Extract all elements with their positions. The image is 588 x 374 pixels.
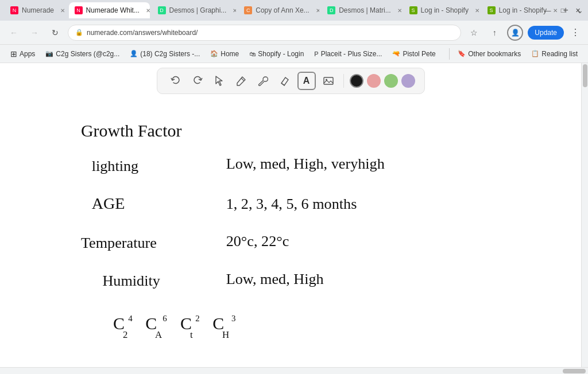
tab-label-3: Desmos | Graphi... [169, 6, 227, 14]
tab-favicon-3: D [158, 6, 166, 14]
wrench-icon [258, 76, 268, 86]
bookmark-placeit[interactable]: P Placeit - Plus Size... [310, 48, 386, 60]
eraser-tool-button[interactable] [276, 72, 294, 90]
main-content-area: A Growth Factor [0, 63, 588, 367]
bookmark-pistol-pete[interactable]: 🔫 Pistol Pete [388, 48, 440, 60]
svg-marker-0 [216, 76, 222, 85]
forward-button[interactable]: → [26, 25, 42, 41]
formula-t-sub: t [190, 329, 193, 340]
undo-button[interactable] [167, 72, 185, 90]
lighting-label: lighting [92, 158, 138, 174]
color-black-button[interactable] [350, 74, 363, 88]
bookmark-reading-list-label: Reading list [541, 50, 578, 58]
tab-close-active[interactable]: ✕ [144, 6, 150, 14]
humidity-values: Low, med, High [226, 271, 324, 287]
pen-icon [236, 76, 246, 86]
tab-label-active: Numerade Whit... [86, 6, 140, 14]
bookmark-placeit-label: Placeit - Plus Size... [321, 50, 382, 58]
tab-close-3[interactable]: ✕ [231, 6, 236, 14]
whiteboard-svg: Growth Factor lighting Low, med, High, v… [0, 99, 581, 367]
horizontal-scrollbar-thumb[interactable] [563, 369, 586, 373]
url-text: numerade.com/answers/whiteboard/ [87, 29, 454, 37]
bookmark-c2g-18-label: (18) C2g Sisters -... [140, 50, 200, 58]
bookmark-shopify-label: Shopify - Login [258, 50, 304, 58]
bookmark-reading-list[interactable]: 📋 Reading list [527, 48, 582, 60]
more-options-icon[interactable]: ⋮ [568, 27, 582, 38]
tab-copy[interactable]: C Copy of Ann Xe... ✕ [238, 2, 319, 18]
formula-3-sup: 3 [231, 314, 235, 323]
growth-factor-title: Growth Factor [81, 121, 181, 140]
select-tool-button[interactable] [210, 72, 229, 90]
age-values: 1, 2, 3, 4, 5, 6 months [226, 196, 357, 212]
share-icon[interactable]: ↑ [486, 25, 502, 41]
tab-close-6[interactable]: ✕ [473, 6, 479, 14]
bookmark-other[interactable]: 🔖 Other bookmarks [453, 48, 525, 60]
scrollbar-thumb[interactable] [583, 64, 587, 87]
window-controls: — □ ✕ [542, 5, 583, 16]
bookmark-star-icon[interactable]: ☆ [466, 25, 482, 41]
color-purple-button[interactable] [401, 74, 415, 88]
home-icon: 🏠 [210, 50, 218, 57]
tab-close[interactable]: ✕ [59, 6, 67, 14]
image-tool-button[interactable] [319, 72, 338, 90]
back-button[interactable]: ← [6, 25, 22, 41]
maximize-button[interactable]: □ [557, 5, 568, 16]
bookmark-apps[interactable]: ⊞ Apps [6, 48, 40, 60]
address-bar: ← → ↻ 🔒 numerade.com/answers/whiteboard/… [0, 21, 588, 45]
tab-favicon-6: S [409, 6, 417, 14]
profile-icon[interactable]: 👤 [507, 25, 523, 41]
formula-a-sub: A [155, 329, 163, 340]
bookmark-home[interactable]: 🏠 Home [206, 48, 243, 60]
redo-button[interactable] [188, 72, 207, 90]
vertical-scrollbar[interactable] [581, 63, 588, 367]
color-green-button[interactable] [384, 74, 398, 88]
tools-button[interactable] [254, 72, 272, 90]
security-lock-icon: 🔒 [75, 29, 83, 36]
tab-numerade-1[interactable]: N Numerade ✕ [5, 2, 67, 18]
tab-shopify-1[interactable]: S Log in - Shopify ✕ [404, 2, 479, 18]
pistol-pete-icon: 🔫 [392, 50, 400, 57]
c2g-18-icon: 👤 [130, 50, 138, 57]
apps-icon: ⊞ [10, 49, 17, 59]
reading-list-icon: 📋 [531, 50, 539, 57]
bookmark-apps-label: Apps [20, 50, 35, 58]
temperature-label: Temperature [81, 235, 157, 251]
placeit-icon: P [314, 50, 318, 57]
url-bar[interactable]: 🔒 numerade.com/answers/whiteboard/ [68, 25, 461, 41]
tab-numerade-whiteboard[interactable]: N Numerade Whit... ✕ [69, 2, 150, 18]
color-pink-button[interactable] [367, 74, 381, 88]
bookmark-c2g-photo[interactable]: 📷 C2g Sisters (@c2g... [41, 48, 124, 60]
close-button[interactable]: ✕ [572, 5, 583, 16]
bookmark-home-label: Home [220, 50, 239, 58]
tab-label-5: Desmos | Matri... [339, 6, 390, 14]
bookmark-c2g-18[interactable]: 👤 (18) C2g Sisters -... [125, 48, 204, 60]
toolbar: A [0, 63, 581, 99]
whiteboard-container: A Growth Factor [0, 63, 581, 367]
tab-favicon: N [10, 6, 18, 14]
tab-label: Numerade [22, 6, 54, 14]
tab-desmos-2[interactable]: D Desmos | Matri... ✕ [322, 2, 401, 18]
horizontal-scrollbar[interactable] [0, 367, 588, 374]
shopify-icon: 🛍 [249, 50, 256, 57]
image-icon [323, 76, 334, 86]
tab-close-5[interactable]: ✕ [396, 6, 401, 14]
redo-icon [192, 76, 203, 86]
bookmark-shopify[interactable]: 🛍 Shopify - Login [245, 48, 308, 60]
formula-4-sup: 4 [128, 314, 133, 323]
bookmark-c2g-photo-label: C2g Sisters (@c2g... [56, 50, 119, 58]
bookmarks-bar: ⊞ Apps 📷 C2g Sisters (@c2g... 👤 (18) C2g… [0, 45, 588, 63]
tab-close-4[interactable]: ✕ [314, 6, 320, 14]
tool-palette: A [157, 68, 425, 94]
update-button[interactable]: Update [528, 26, 564, 40]
reload-button[interactable]: ↻ [47, 25, 63, 41]
formula-h-sub: H [222, 329, 229, 340]
pen-tool-button[interactable] [232, 72, 250, 90]
tab-label-4: Copy of Ann Xe... [256, 6, 309, 14]
tab-label-6: Log in - Shopify [421, 6, 469, 14]
minimize-button[interactable]: — [542, 5, 554, 16]
text-tool-button[interactable]: A [297, 72, 316, 90]
tab-desmos-1[interactable]: D Desmos | Graphi... ✕ [152, 2, 237, 18]
c2g-photo-icon: 📷 [45, 50, 53, 57]
tab-label-7: Log in - Shopify [499, 6, 547, 14]
canvas-area[interactable]: Growth Factor lighting Low, med, High, v… [0, 99, 581, 367]
